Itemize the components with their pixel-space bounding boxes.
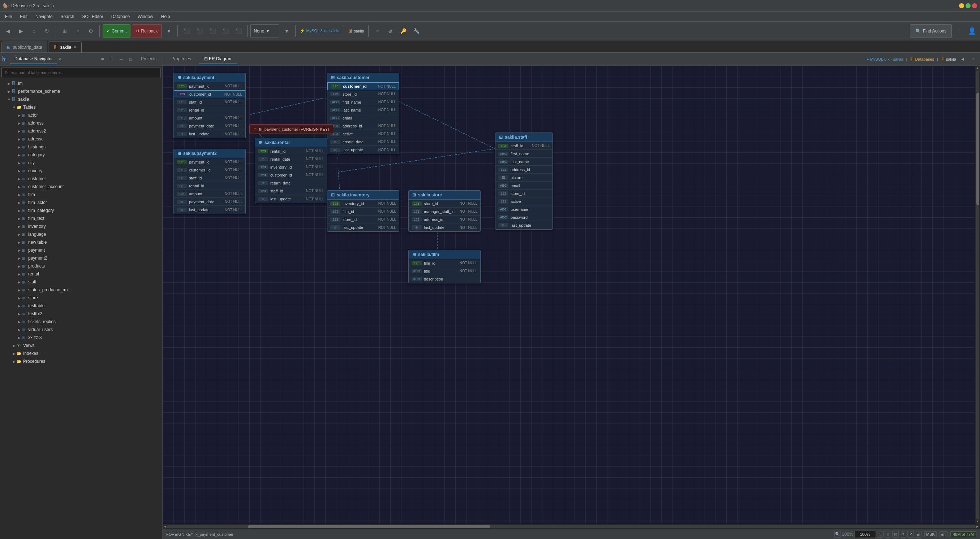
sidebar-icon4[interactable]: □ [126, 55, 135, 63]
tree-item-performance-schema[interactable]: ▶ 🗄 performance_schema [0, 87, 162, 95]
tree-item-indexes[interactable]: ▶ 📂 Indexes [0, 349, 162, 357]
tree-item-language[interactable]: ▶ ⊞ language [0, 230, 162, 238]
menu-help[interactable]: Help [158, 13, 174, 20]
tree-item-customer-account[interactable]: ▶ ⊞ customer_account [0, 183, 162, 190]
tree-item-payment2[interactable]: ▶ ⊞ payment2 [0, 254, 162, 262]
none-dropdown-btn[interactable]: ▼ [281, 25, 292, 37]
tree-item-testtable[interactable]: ▶ ⊞ testtable [0, 302, 162, 310]
close-navigator-icon[interactable]: ✕ [59, 57, 62, 61]
zoom-input[interactable] [854, 531, 876, 538]
tree-item-category[interactable]: ▶ ⊞ category [0, 151, 162, 159]
tree-item-adresse[interactable]: ▶ ⊞ adresse [0, 135, 162, 143]
new-connection-button[interactable]: ⊞ [59, 25, 70, 37]
tree-item-address[interactable]: ▶ ⊞ address [0, 119, 162, 127]
close-button[interactable] [972, 3, 977, 8]
tree-item-products[interactable]: ▶ ⊞ products [0, 262, 162, 270]
tree-item-views[interactable]: ▶ 👁 Views [0, 341, 162, 349]
maximize-button[interactable] [966, 3, 970, 8]
sidebar-icon1[interactable]: ⊕ [98, 55, 107, 63]
tab-trip-data[interactable]: ⊞ public.trip_data [2, 41, 47, 52]
forward-button[interactable]: ▶ [15, 25, 27, 37]
er-table-store[interactable]: ⊞ sakila.store 123 store_id NOT NULL 123… [408, 190, 480, 232]
er-table-film[interactable]: ⊞ sakila.film 123 film_id NOT NULL ABC t… [408, 250, 480, 284]
minimize-button[interactable] [959, 3, 964, 8]
scroll-thumb[interactable] [248, 525, 490, 528]
tree-item-inventory[interactable]: ▶ ⊞ inventory [0, 222, 162, 230]
toolbar-extra2[interactable]: ⊕ [385, 25, 396, 37]
tree-item-city[interactable]: ▶ ⊞ city [0, 159, 162, 167]
tb-btn5[interactable]: ⬛ [233, 25, 244, 37]
tree-item-rental[interactable]: ▶ ⊞ rental [0, 270, 162, 278]
menu-file[interactable]: File [2, 13, 16, 20]
er-table-rental[interactable]: ⊞ sakila.rental 123 rental_id NOT NULL ⊙… [255, 138, 327, 203]
commit-button[interactable]: ✓ Commit [103, 24, 130, 38]
refresh-button[interactable]: ↻ [41, 25, 53, 37]
tree-item-bitstrings[interactable]: ▶ ⊞ bitstrings [0, 143, 162, 151]
toolbar-extra4[interactable]: 🔧 [410, 25, 422, 37]
tree-item-tickets-replies[interactable]: ▶ ⊞ tickets_replies [0, 318, 162, 326]
back-button[interactable]: ◀ [2, 25, 14, 37]
tb-btn1[interactable]: ⬛ [181, 25, 192, 37]
tree-item-staff[interactable]: ▶ ⊞ staff [0, 278, 162, 286]
toolbar-extra3[interactable]: 🔑 [398, 25, 409, 37]
horizontal-scrollbar[interactable]: ◀ ▶ [162, 524, 980, 529]
export-er-icon[interactable]: ↗ [907, 531, 914, 537]
toggle-icon[interactable]: ⊡ [892, 531, 899, 537]
rollback-button[interactable]: ↺ Rollback [132, 24, 162, 38]
sidebar-icon2[interactable]: ⋮ [108, 55, 116, 63]
tree-item-film-text[interactable]: ▶ ⊞ film_text [0, 214, 162, 222]
zoom-in-icon[interactable]: ⊕ [877, 531, 883, 537]
tree-item-virtual-users[interactable]: ▶ ⊞ virtual_users [0, 326, 162, 334]
tab-properties[interactable]: Properties [166, 54, 196, 64]
tree-item-film-category[interactable]: ▶ ⊞ film_category [0, 206, 162, 214]
sidebar-tab-projects[interactable]: Projects [137, 54, 161, 64]
tree-item-store[interactable]: ▶ ⊞ store [0, 294, 162, 302]
home-button[interactable]: ⌂ [28, 25, 40, 37]
toolbar-more[interactable]: ⋮ [953, 25, 965, 37]
tree-item-procedures[interactable]: ▶ 📂 Procedures [0, 357, 162, 365]
tree-item-actor[interactable]: ▶ ⊞ actor [0, 111, 162, 119]
tree-item-film-actor[interactable]: ▶ ⊞ film_actor [0, 198, 162, 206]
toolbar-extra1[interactable]: ≡ [371, 25, 383, 37]
tree-item-sakila[interactable]: ▼ 🗄 sakila [0, 95, 162, 103]
er-table-payment[interactable]: ⊞ sakila.payment 123 payment_id NOT NULL… [173, 73, 246, 138]
tree-item-new-table[interactable]: ▶ ⊞ new table [0, 238, 162, 246]
zoom-out-icon[interactable]: 🔍 [834, 531, 841, 537]
tree-item-status-producao[interactable]: ▶ ⊞ status_producao_mxt [0, 286, 162, 294]
menu-edit[interactable]: Edit [16, 13, 31, 20]
tree-item-payment[interactable]: ▶ ⊞ payment [0, 246, 162, 254]
tree-item-tables[interactable]: ▼ 📁 Tables [0, 103, 162, 111]
menu-window[interactable]: Window [134, 13, 157, 20]
tab-sakila[interactable]: 🗄 sakila ✕ [48, 41, 82, 52]
tree-item-testtbl2[interactable]: ▶ ⊞ testtbl2 [0, 310, 162, 318]
rollback-dropdown[interactable]: ▼ [163, 25, 175, 37]
settings-button[interactable]: ⚙ [85, 25, 97, 37]
er-canvas[interactable]: ⊞ sakila.payment 123 payment_id NOT NULL… [162, 66, 980, 524]
tree-item-film[interactable]: ▶ ⊞ film [0, 190, 162, 198]
er-table-payment2[interactable]: ⊞ sakila.payment2 123 payment_id NOT NUL… [173, 149, 246, 214]
menu-navigate[interactable]: Navigate [32, 13, 56, 20]
tree-item-customer[interactable]: ▶ ⊞ customer [0, 175, 162, 183]
user-avatar-button[interactable]: 👤 [966, 25, 978, 37]
tab-sakila-close-icon[interactable]: ✕ [73, 45, 76, 49]
tb-btn4[interactable]: ⬛ [220, 25, 231, 37]
menu-database[interactable]: Database [108, 13, 133, 20]
expand-content-button[interactable]: □ [969, 55, 977, 63]
tab-er-diagram[interactable]: ⊞ ER Diagram [199, 54, 238, 64]
tree-item-lm[interactable]: ▶ 🗄 lm [0, 79, 162, 87]
print-er-icon[interactable]: 🖨 [915, 531, 921, 537]
tb-btn3[interactable]: ⬛ [207, 25, 218, 37]
er-table-inventory[interactable]: ⊞ sakila.inventory 123 inventory_id NOT … [327, 190, 399, 232]
none-dropdown[interactable]: None ▼ [250, 24, 279, 38]
tree-item-xx-zz-3[interactable]: ▶ ⊞ xx zz 3 [0, 334, 162, 341]
er-table-staff[interactable]: ⊞ sakila.staff 123 staff_id NOT NULL ABC… [495, 133, 553, 230]
find-actions-button[interactable]: 🔍 Find Actions [910, 24, 952, 38]
settings-er-icon[interactable]: ⚙ [900, 531, 906, 537]
sidebar-search-input[interactable] [2, 67, 161, 78]
sidebar-tab-navigator[interactable]: Database Navigator [10, 54, 57, 64]
er-table-customer[interactable]: ⊞ sakila.customer 123 customer_id NOT NU… [327, 73, 399, 154]
menu-sql-editor[interactable]: SQL Editor [78, 13, 107, 20]
vertical-scrollbar[interactable]: ▲ ▼ [975, 66, 980, 524]
tree-item-country[interactable]: ▶ ⊞ country [0, 167, 162, 175]
menu-search[interactable]: Search [57, 13, 78, 20]
